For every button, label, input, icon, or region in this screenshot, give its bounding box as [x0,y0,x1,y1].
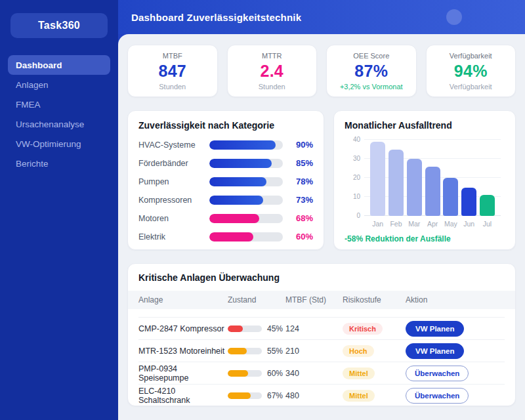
sidebar-item-berichte[interactable]: Berichte [8,154,110,173]
action-button-vw-planen[interactable]: VW Planen [406,343,464,359]
kpi-label: MTTR [262,52,282,60]
y-axis-tick: 30 [345,155,360,162]
trend-bar-mar [407,159,422,216]
category-row-pumpen: Pumpen78% [138,175,313,188]
category-bar-fill [209,177,266,186]
kpi-value: 847 [158,62,186,81]
sidebar-item-anlagen[interactable]: Anlagen [8,75,110,94]
category-row-motoren: Motoren68% [138,212,313,224]
trend-bar-jul [480,195,495,216]
table-row: MTR-1523 Motoreinheit55%210HochVW Planen [138,339,505,362]
kpi-value: 2.4 [260,62,284,81]
action-button-vw-planen[interactable]: VW Planen [406,321,464,337]
asset-name: ELC-4210 Schaltschrank [138,387,228,405]
x-axis-label: Jun [461,220,476,228]
sidebar-item-dashboard[interactable]: Dashboard [8,55,110,75]
category-bar-fill [209,214,259,223]
kpi-subtitle: +3,2% vs Vormonat [340,83,403,91]
category-percent: 90% [283,140,313,150]
y-axis-tick: 20 [345,174,360,181]
action-button-überwachen[interactable]: Überwachen [406,366,469,381]
health-cell: 60% [228,369,285,378]
trend-bar-jun [461,188,476,217]
risk-cell: Kritisch [343,322,406,335]
critical-assets-panel: Kritische Anlagen Überwachung AnlageZust… [127,263,516,406]
health-cell: 67% [228,391,285,400]
asset-name: PMP-0934 Speisepumpe [138,364,228,383]
category-percent: 60% [283,232,313,242]
sidebar-nav: DashboardAnlagenFMEAUrsachenanalyseVW-Op… [0,55,118,173]
action-cell: VW Planen [406,321,505,337]
category-bar-track [209,159,283,168]
trend-bar-feb [388,150,404,217]
risk-badge: Mittel [343,390,375,402]
kpi-label: OEE Score [353,52,389,60]
health-percent: 45% [267,324,283,333]
y-axis-tick: 10 [345,193,360,200]
category-reliability-panel: Zuverlässigkeit nach Kategorie HVAC-Syst… [127,110,324,250]
kpi-row: MTBF847StundenMTTR2.4StundenOEE Score87%… [127,45,516,97]
kpi-subtitle: Stunden [159,83,186,91]
action-cell: VW Planen [406,343,505,359]
category-bar-track [209,177,283,186]
health-bar [228,326,262,332]
trend-chart-x-labels: JanFebMarAprMayJunJul [364,220,501,228]
health-bar-fill [228,348,247,354]
user-avatar[interactable] [446,9,462,25]
table-row: ELC-4210 Schaltschrank67%480MittelÜberwa… [138,384,505,406]
kpi-value: 94% [454,62,488,81]
sidebar-item-fmea[interactable]: FMEA [8,94,110,114]
category-percent: 85% [283,158,313,168]
category-row-kompressoren: Kompressoren73% [138,194,313,206]
category-bars: HVAC-Systeme90%Förderbänder85%Pumpen78%K… [138,138,313,243]
health-bar [228,392,262,399]
category-bar-track [209,232,283,242]
app-logo: Task360 [10,13,108,38]
health-bar [228,370,262,377]
main-area: Dashboard Zuverlässigkeitstechnik MTBF84… [118,0,525,420]
category-label: Elektrik [138,232,209,242]
sidebar: Task360 DashboardAnlagenFMEAUrsachenanal… [0,0,118,420]
trend-bar-apr [425,167,440,216]
charts-row: Zuverlässigkeit nach Kategorie HVAC-Syst… [127,110,516,250]
health-cell: 55% [228,346,285,356]
kpi-subtitle: Verfügbarkeit [450,83,492,91]
health-bar-fill [228,392,251,399]
x-axis-label: Jan [370,220,385,228]
top-header: Dashboard Zuverlässigkeitstechnik [118,0,525,34]
column-header-zustand: Zustand [228,295,285,304]
column-header-aktion: Aktion [406,295,505,304]
trend-bar-jan [370,142,385,216]
sidebar-item-vw-optimierung[interactable]: VW-Optimierung [8,134,110,154]
mtbf-value: 340 [285,369,343,378]
x-axis-label: Mar [407,220,422,228]
y-axis-tick: 40 [345,136,360,143]
health-cell: 45% [228,324,285,333]
risk-cell: Mittel [343,367,406,379]
trend-chart-caption: -58% Reduktion der Ausfälle [345,234,505,243]
category-row-elektrik: Elektrik60% [138,230,313,243]
category-percent: 73% [283,195,313,205]
x-axis-label: May [443,220,458,228]
trend-panel-title: Monatlicher Ausfalltrend [345,120,505,131]
category-bar-track [209,214,283,223]
category-label: Motoren [138,214,209,223]
trend-bar-may [443,178,458,216]
action-button-überwachen[interactable]: Überwachen [406,388,469,404]
mtbf-value: 210 [285,346,343,356]
table-row: CMP-2847 Kompressor45%124KritischVW Plan… [138,317,505,339]
asset-name: MTR-1523 Motoreinheit [138,346,228,356]
category-percent: 68% [283,213,313,223]
sidebar-item-ursachenanalyse[interactable]: Ursachenanalyse [8,114,110,134]
action-cell: Überwachen [406,388,505,404]
category-bar-fill [209,196,263,205]
category-label: Förderbänder [138,159,209,168]
column-header-anlage: Anlage [138,295,228,304]
action-cell: Überwachen [406,366,505,381]
failure-trend-panel: Monatlicher Ausfalltrend 010203040 JanFe… [333,110,516,250]
kpi-card-mtbf: MTBF847Stunden [127,45,218,97]
table-body: CMP-2847 Kompressor45%124KritischVW Plan… [128,317,515,406]
category-label: Pumpen [138,177,209,186]
table-header-row: AnlageZustandMTBF (Std)RisikostufeAktion [128,291,515,309]
kpi-label: Verfügbarkeit [450,52,492,60]
